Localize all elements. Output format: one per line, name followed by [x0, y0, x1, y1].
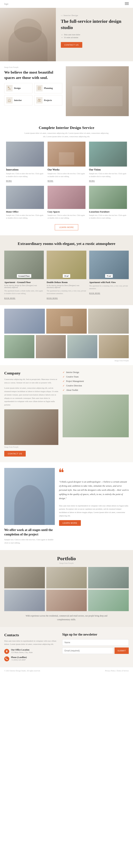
company-list: ✓ Interior Design ✓ Creative Team ✓ Proj… [62, 371, 129, 392]
projects-icon-box [36, 97, 43, 103]
home-office-title: Home Office [6, 210, 44, 213]
newsletter-title: Sign up for the newsletter [62, 633, 129, 637]
hero-image [0, 8, 56, 61]
hero-section: — Interior Design The full-service inter… [0, 8, 133, 61]
learn-more-button[interactable]: LEARN MORE [55, 224, 78, 230]
innovations-more-link[interactable]: MORE [6, 180, 12, 182]
apt2-book-link[interactable]: BOOK MORE [47, 297, 58, 299]
service-col-cozy: Cozy Spaces Sample text. Click to select… [46, 186, 87, 219]
offer-title: We offer work at all stages until the co… [4, 528, 55, 537]
portfolio-img-label: Image from Freepik [4, 562, 129, 564]
planning-icon-box [36, 85, 43, 91]
footer: © 2023 Interior Design Studio. All right… [0, 667, 133, 674]
phone-text: +1 (555) 123-4567 [11, 659, 27, 661]
newsletter-form: SUBMIT [62, 639, 129, 654]
innovations-text: Sample text. Click to select the text bo… [6, 172, 44, 178]
icon-label-projects: Projects [44, 99, 52, 102]
offer-person-image [4, 468, 55, 525]
projects-icon [38, 98, 41, 102]
service-col-innovations: Innovations Sample text. Click to select… [4, 142, 46, 182]
svg-line-4 [8, 87, 11, 89]
newsletter-email-row: SUBMIT [62, 648, 129, 654]
company-cta-button[interactable]: CONTACT US [4, 451, 26, 457]
works-more-link[interactable]: MORE [48, 180, 53, 182]
service-columns-row2: Home Office Sample text. Click to select… [4, 186, 129, 219]
vision-more-link[interactable]: MORE [89, 180, 95, 182]
gallery-from-label: Image from Freepik [4, 360, 129, 362]
company-list-item-4: ✓ About Toolkit [62, 389, 129, 392]
icon-grid: Design Planning Interior Projects [4, 83, 62, 105]
apartment-ground-floor: Ground Floor Apartment - Ground Floor In… [4, 251, 44, 300]
vision-title: Our Vision [89, 168, 127, 171]
portfolio-title: Portfolio [4, 556, 129, 561]
gallery-item-7 [99, 335, 129, 358]
footer-left-text: © 2023 Interior Design Studio. All right… [4, 670, 40, 672]
portfolio-item-6 [88, 590, 129, 611]
location-icon-circle [4, 649, 9, 654]
hero-list-item-2: Ut enim ad minim [64, 36, 128, 38]
newsletter-email-input[interactable] [62, 648, 113, 654]
company-list-item-0: ✓ Interior Design [62, 371, 129, 374]
hero-content: — Interior Design The full-service inter… [56, 8, 133, 61]
gallery-section: Image from Freepik [0, 305, 133, 365]
contacts-section: Contacts Duis aute irure dolor in repreh… [0, 627, 133, 667]
newsletter-name-input[interactable] [62, 639, 129, 646]
contact-item-phone: Phone (Landline) +1 (555) 123-4567 [4, 656, 56, 661]
phone-icon-circle [4, 656, 9, 661]
interior-icon [8, 98, 11, 102]
hero-tag: — Interior Design [61, 14, 128, 17]
apt3-book-link[interactable]: BOOK MORE [89, 292, 100, 294]
location-icon [5, 650, 8, 653]
gallery-item-1 [4, 309, 45, 334]
hamburger-menu[interactable] [125, 2, 129, 6]
company-desc1: Consectetur adipiscing elit. Sed ut pers… [4, 378, 58, 384]
complete-service-section: Complete Interior Design Service Lorem i… [0, 121, 133, 235]
phone-detail: Phone (Landline) +1 (555) 123-4567 [11, 656, 27, 661]
apt1-title: Apartment - Ground Floor [4, 281, 44, 284]
believe-img-label: Image from Freepik [4, 66, 62, 68]
check-icon-1: ✓ [62, 375, 65, 378]
apt1-book-link[interactable]: BOOK MORE [4, 297, 15, 299]
location-title: Our Office Location [11, 649, 33, 651]
phone-title: Phone (Landline) [11, 656, 27, 659]
complete-service-desc: Lorem ipsum dolor sit amet, consectetur … [24, 131, 109, 138]
apt2-badge: 33 m² [63, 274, 70, 278]
believe-left: Image from Freepik We believe the most b… [4, 66, 62, 116]
apt3-badge: 75 m² [105, 274, 113, 278]
apt2-desc: The apartment has a stunning view, a ver… [47, 289, 86, 295]
footer-inner: © 2023 Interior Design Studio. All right… [4, 670, 129, 672]
portfolio-grid [4, 567, 129, 611]
footer-right-text: Privacy Policy | Terms of Service [105, 670, 129, 672]
hero-cta-button[interactable]: CONTACT US [61, 42, 82, 48]
portfolio-item-5 [46, 590, 87, 611]
icon-item-interior: Interior [4, 95, 33, 105]
cozy-title: Cozy Spaces [48, 210, 85, 213]
company-title: Company [4, 371, 58, 375]
believe-title: We believe the most beautiful spaces are… [4, 70, 62, 80]
location-detail: Our Office Location 123 Main Street, Cit… [11, 649, 33, 653]
gallery-row2 [4, 335, 129, 358]
gallery-row1 [4, 309, 129, 334]
check-icon-4: ✓ [62, 389, 65, 392]
extraordinary-section: Extraordinary rooms with elegant, yet a … [0, 235, 133, 305]
quote-offer-section: We offer work at all stages until the co… [0, 462, 133, 550]
apt2-sub: In the interior design by Dave (Designer… [47, 284, 86, 288]
service-col-luxurious: Luxurious Furniture Sample text. Click t… [87, 186, 129, 219]
apartment-double-deluxe: 33 m² Double Deluxe Room In the interior… [47, 251, 86, 300]
company-desc2: Lorem ipsum dolor sit amet, consectetur … [4, 386, 58, 406]
apartment-park-view: 75 m² Apartment with Park View The apart… [89, 251, 129, 300]
luxurious-title: Luxurious Furniture [89, 210, 127, 213]
svg-rect-10 [9, 101, 10, 102]
phone-icon [5, 658, 8, 660]
quote-learn-more-button[interactable]: LEARN MORE [59, 520, 81, 526]
location-text: 123 Main Street, City, State [11, 651, 33, 653]
company-from-label: Image from Freepik [4, 446, 58, 448]
luxurious-text: Sample text. Click to select the text bo… [89, 214, 127, 219]
portfolio-section: Portfolio Image from Freepik With experi… [0, 550, 133, 627]
learn-more-center: LEARN MORE [4, 222, 129, 235]
complete-service-title: Complete Interior Design Service [4, 125, 129, 130]
newsletter-submit-button[interactable]: SUBMIT [115, 648, 129, 654]
portfolio-item-4 [4, 590, 45, 611]
innovations-title: Innovations [6, 168, 44, 171]
icon-label-interior: Interior [14, 99, 22, 102]
